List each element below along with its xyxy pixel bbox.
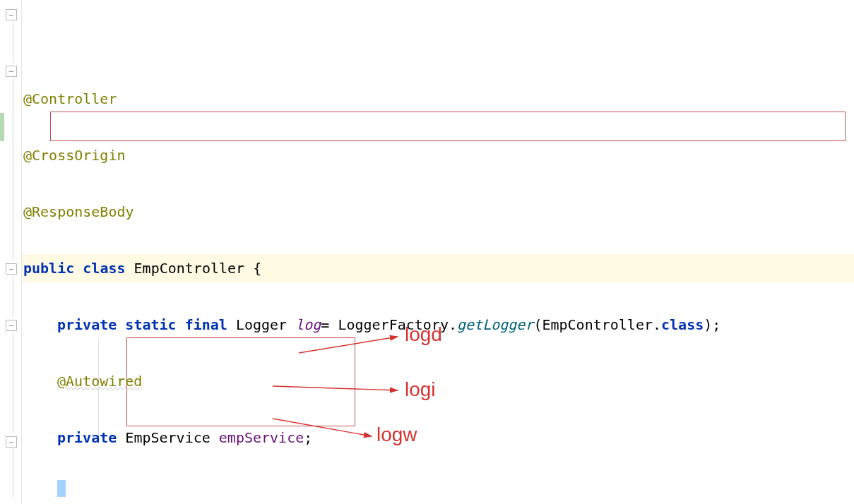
- annotation: @Controller: [23, 92, 117, 106]
- keyword-public: public: [23, 261, 74, 275]
- keyword-class: class: [83, 261, 125, 275]
- annotation: @ResponseBody: [23, 205, 134, 219]
- code-line[interactable]: private EmpService empService ;: [22, 424, 854, 452]
- brace: {: [253, 261, 261, 275]
- type: Logger: [236, 318, 287, 332]
- fold-icon[interactable]: [6, 66, 17, 77]
- code-line[interactable]: private static final Logger log = Logger…: [22, 311, 854, 339]
- code-line[interactable]: @Autowired: [22, 367, 854, 395]
- highlight-box: [50, 112, 846, 141]
- fold-icon[interactable]: [6, 263, 17, 275]
- static-method: getLogger: [457, 318, 533, 332]
- code-line[interactable]: @CrossOrigin: [22, 141, 854, 169]
- field: log: [295, 318, 321, 332]
- keyword-private: private: [57, 431, 117, 445]
- code-line[interactable]: [22, 480, 854, 504]
- field: empService: [219, 431, 304, 445]
- keyword-final: final: [185, 318, 227, 332]
- type: EmpService: [125, 431, 210, 445]
- equals: =: [321, 318, 338, 332]
- code-line[interactable]: @ResponseBody: [22, 198, 854, 226]
- keyword-private: private: [57, 318, 117, 332]
- class-name: EmpController: [134, 261, 245, 275]
- keyword-class: class: [661, 318, 704, 332]
- selection-marker: [57, 480, 66, 497]
- fold-icon[interactable]: [6, 436, 17, 448]
- code-editor[interactable]: @Controller @CrossOrigin @ResponseBody p…: [0, 0, 854, 504]
- gutter: [0, 0, 22, 504]
- keyword-static: static: [125, 318, 176, 332]
- class-ref: EmpController: [542, 318, 653, 332]
- code-area[interactable]: @Controller @CrossOrigin @ResponseBody p…: [22, 0, 854, 504]
- annotation: @CrossOrigin: [23, 148, 126, 162]
- code-line[interactable]: @Controller: [22, 85, 854, 113]
- fold-icon[interactable]: [6, 9, 17, 20]
- vcs-change-marker: [0, 113, 4, 141]
- svg-line-0: [299, 337, 398, 353]
- fold-icon[interactable]: [6, 320, 17, 331]
- class-ref: LoggerFactory: [338, 318, 449, 332]
- annotation: @Autowired: [57, 374, 142, 388]
